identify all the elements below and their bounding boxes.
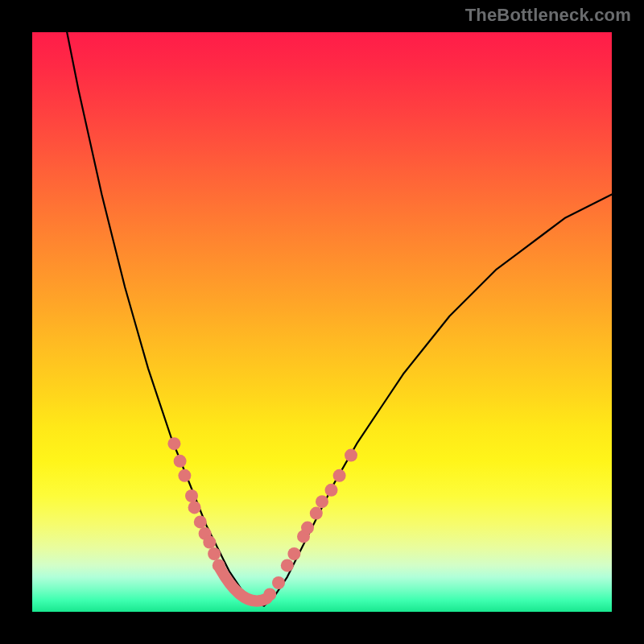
data-marker bbox=[325, 484, 338, 497]
curve-svg bbox=[32, 32, 612, 612]
data-marker bbox=[301, 522, 314, 535]
data-marker bbox=[203, 536, 216, 549]
data-marker bbox=[185, 489, 198, 502]
data-marker bbox=[178, 469, 191, 482]
data-marker bbox=[333, 469, 346, 482]
data-marker bbox=[345, 449, 357, 462]
data-marker bbox=[281, 559, 294, 572]
data-marker bbox=[208, 547, 221, 560]
data-marker bbox=[263, 588, 276, 601]
data-marker bbox=[167, 437, 180, 450]
data-marker bbox=[310, 507, 323, 520]
plot-area bbox=[32, 32, 612, 612]
data-marker bbox=[272, 576, 285, 589]
data-marker bbox=[194, 515, 207, 528]
data-marker bbox=[287, 547, 300, 560]
data-marker bbox=[174, 455, 187, 468]
data-marker bbox=[188, 501, 201, 514]
right-dot-cluster bbox=[263, 449, 357, 601]
trough-marker bbox=[220, 568, 266, 601]
watermark-text: TheBottleneck.com bbox=[465, 5, 631, 26]
data-marker bbox=[213, 559, 225, 572]
bottleneck-curve bbox=[67, 32, 612, 606]
data-marker bbox=[316, 495, 328, 508]
chart-frame: TheBottleneck.com bbox=[0, 0, 644, 644]
left-dot-cluster bbox=[167, 437, 225, 572]
